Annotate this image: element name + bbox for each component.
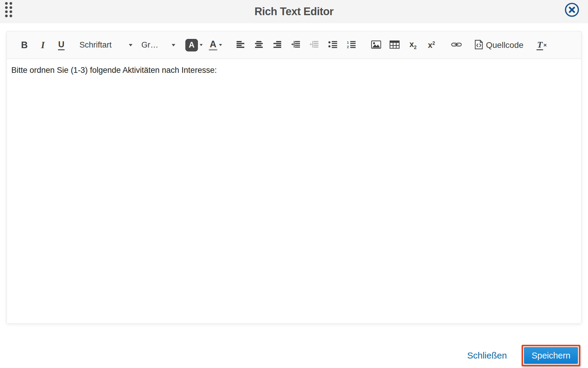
align-left-button[interactable] <box>234 37 247 54</box>
link-icon <box>451 42 462 48</box>
underline-icon: U <box>58 40 65 50</box>
bullet-list-button[interactable] <box>326 37 340 54</box>
table-icon <box>390 40 400 50</box>
chevron-down-icon <box>172 44 175 46</box>
chevron-down-icon <box>200 44 203 46</box>
image-icon <box>371 40 381 50</box>
circle-x-icon <box>564 2 580 18</box>
chevron-down-icon <box>219 44 222 46</box>
italic-icon: I <box>41 40 45 51</box>
rich-text-editor-modal: Rich Text Editor B I U Schriftart <box>0 0 588 368</box>
font-family-label: Schriftart <box>79 40 112 50</box>
editor-frame: B I U Schriftart Gr… A A <box>7 31 581 323</box>
insert-table-button[interactable] <box>388 37 401 54</box>
underline-button[interactable]: U <box>54 37 68 54</box>
align-left-icon <box>236 41 245 49</box>
subscript-icon: x2 <box>409 40 417 50</box>
bold-button[interactable]: B <box>18 37 31 54</box>
svg-text:2: 2 <box>347 45 349 48</box>
indent-button[interactable] <box>289 37 303 54</box>
close-button[interactable] <box>564 2 580 18</box>
font-size-label: Gr… <box>141 40 158 50</box>
remove-format-icon: T <box>537 40 543 50</box>
italic-button[interactable]: I <box>36 37 50 54</box>
superscript-icon: x2 <box>428 41 435 49</box>
align-center-icon <box>255 41 263 49</box>
close-link[interactable]: Schließen <box>467 350 507 361</box>
bullet-list-icon <box>328 41 337 49</box>
align-center-button[interactable] <box>252 37 266 54</box>
save-button-highlight: Speichern <box>522 345 580 366</box>
outdent-icon <box>310 41 319 49</box>
indent-icon <box>291 41 300 49</box>
background-color-icon: A <box>185 39 198 51</box>
subscript-button[interactable]: x2 <box>406 37 420 54</box>
source-code-icon <box>475 40 483 50</box>
insert-image-button[interactable] <box>369 37 383 54</box>
editor-toolbar: B I U Schriftart Gr… A A <box>7 32 581 59</box>
align-right-icon <box>273 41 282 49</box>
link-button[interactable] <box>450 37 463 54</box>
chevron-down-icon <box>129 44 132 46</box>
remove-format-button[interactable]: T × <box>535 37 548 54</box>
modal-title: Rich Text Editor <box>0 0 588 23</box>
font-size-dropdown[interactable]: Gr… <box>141 37 175 54</box>
superscript-button[interactable]: x2 <box>425 37 438 54</box>
editor-paragraph: Bitte ordnen Sie (1-3) folgende Aktivitä… <box>11 65 577 76</box>
editor-content-area[interactable]: Bitte ordnen Sie (1-3) folgende Aktivitä… <box>7 59 581 323</box>
svg-text:1: 1 <box>347 41 349 44</box>
numbered-list-icon: 1 2 <box>347 41 356 49</box>
modal-header: Rich Text Editor <box>0 0 588 23</box>
font-family-dropdown[interactable]: Schriftart <box>79 37 132 54</box>
background-color-dropdown[interactable]: A <box>185 37 203 54</box>
source-code-label: Quellcode <box>486 40 523 50</box>
modal-footer: Schließen Speichern <box>467 345 580 366</box>
numbered-list-button[interactable]: 1 2 <box>344 37 358 54</box>
bold-icon: B <box>21 40 28 51</box>
outdent-button <box>307 37 321 54</box>
text-color-icon: A <box>209 40 217 51</box>
source-code-button[interactable]: Quellcode <box>475 37 523 54</box>
align-right-button[interactable] <box>270 37 284 54</box>
text-color-dropdown[interactable]: A <box>209 37 222 54</box>
save-button[interactable]: Speichern <box>524 347 578 364</box>
